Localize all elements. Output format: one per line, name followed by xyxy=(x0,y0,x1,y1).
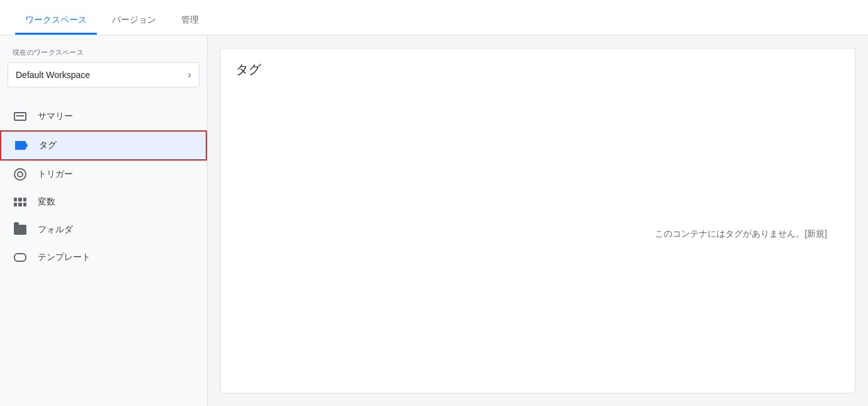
chevron-right-icon: › xyxy=(188,69,191,81)
tag-icon xyxy=(14,138,29,153)
template-icon xyxy=(13,250,28,265)
sidebar-item-folders[interactable]: フォルダ xyxy=(0,216,207,244)
panel-title: タグ xyxy=(236,61,840,78)
content-area: タグ このコンテナにはタグがありません。[新規] xyxy=(208,35,868,406)
sidebar: 現在のワークスペース Default Workspace › サマリー タグ xyxy=(0,35,208,406)
folder-icon xyxy=(13,222,28,237)
top-nav: ワークスペース バージョン 管理 xyxy=(0,0,868,35)
sidebar-item-label-tags: タグ xyxy=(39,140,57,151)
sidebar-item-label-triggers: トリガー xyxy=(38,169,73,180)
sidebar-item-label-variables: 変数 xyxy=(38,196,55,208)
tab-version[interactable]: バージョン xyxy=(102,15,166,35)
content-panel: タグ このコンテナにはタグがありません。[新規] xyxy=(220,48,855,393)
workspace-name: Default Workspace xyxy=(16,70,90,80)
main-layout: 現在のワークスペース Default Workspace › サマリー タグ xyxy=(0,35,868,406)
empty-message-container: このコンテナにはタグがありません。[新規] xyxy=(236,88,840,380)
sidebar-item-variables[interactable]: 変数 xyxy=(0,188,207,216)
workspace-selector[interactable]: Default Workspace › xyxy=(8,62,199,87)
empty-message-text: このコンテナにはタグがありません。[新規] xyxy=(655,228,827,240)
sidebar-item-triggers[interactable]: トリガー xyxy=(0,161,207,188)
summary-icon xyxy=(13,109,28,124)
sidebar-item-summary[interactable]: サマリー xyxy=(0,103,207,130)
tab-admin[interactable]: 管理 xyxy=(171,15,209,35)
workspace-label: 現在のワークスペース xyxy=(0,48,207,62)
sidebar-item-templates[interactable]: テンプレート xyxy=(0,244,207,271)
sidebar-item-label-templates: テンプレート xyxy=(38,252,91,263)
tab-workspace[interactable]: ワークスペース xyxy=(15,15,97,35)
trigger-icon xyxy=(13,167,28,182)
nav-items-list: サマリー タグ トリガー xyxy=(0,103,207,271)
sidebar-item-label-summary: サマリー xyxy=(38,111,73,122)
sidebar-item-label-folders: フォルダ xyxy=(38,224,73,235)
variables-icon xyxy=(13,195,28,210)
sidebar-item-tags[interactable]: タグ xyxy=(0,130,207,161)
